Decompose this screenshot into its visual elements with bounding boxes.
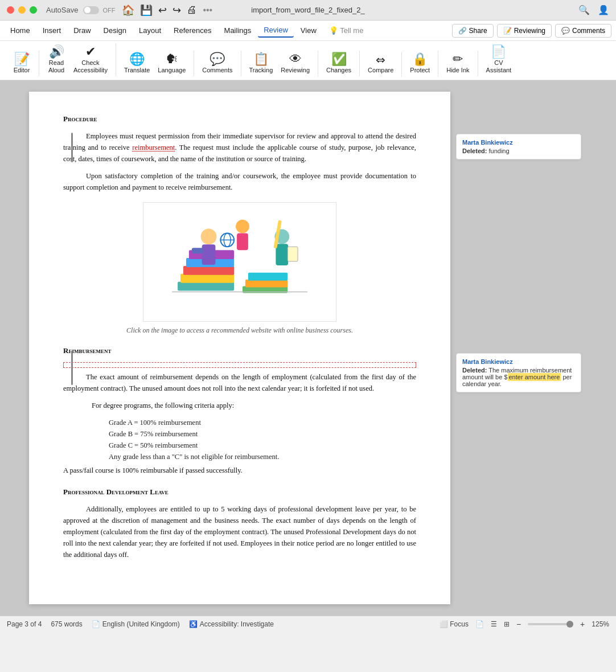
check-accessibility-icon: ✔ [85,46,96,58]
comment-bubble-2: Marta Binkiewicz Deleted: The maximum re… [456,353,581,392]
svg-rect-7 [248,273,288,281]
editor-button[interactable]: 📝 Editor [9,51,34,76]
list-item: Grade B = 75% reimbursement [109,428,416,440]
grade-list: Grade A = 100% reimbursement Grade B = 7… [109,417,416,462]
section-procedure-heading: Procedure [63,114,416,124]
editor-label: Editor [14,67,30,74]
svg-point-11 [236,220,249,233]
zoom-level: 125% [592,620,609,628]
cv-group: 📄 CVAssistant [478,43,520,76]
autosave-state: OFF [102,7,115,14]
compare-button[interactable]: ⇔ Compare [364,52,397,76]
list-item: Grade C = 50% reimbursement [109,440,416,451]
svg-rect-0 [178,282,234,291]
autosave-toggle[interactable] [83,6,99,14]
svg-rect-1 [180,274,234,283]
translate-button[interactable]: 🌐 Translate [121,51,153,76]
hide-ink-label: Hide Ink [446,67,469,74]
reviewing-ribbon-label: Reviewing [281,67,310,74]
changes-button[interactable]: ✅ Changes [323,51,355,76]
section-reimbursement-heading: Reimbursement [63,346,416,355]
redo-icon[interactable]: ↪ [173,4,181,17]
cv-assistant-icon: 📄 [491,46,506,58]
comments-ribbon-button[interactable]: 💬 Comments [199,51,236,76]
reviewing-ribbon-button[interactable]: 👁 Reviewing [277,51,313,76]
filename: import_from_word_file_2_fixed_2_ [251,6,364,14]
comments-ribbon-label: Comments [202,67,232,74]
save-icon[interactable]: 💾 [140,4,153,17]
tracking-button[interactable]: 📋 Tracking [246,51,277,76]
hide-ink-button[interactable]: ✏ Hide Ink [443,51,473,76]
reviewing-icon: 📝 [503,27,512,35]
svg-rect-12 [237,233,248,251]
procedure-para-1: Employees must request permission from t… [63,130,416,165]
tracking-icon: 📋 [253,53,269,65]
menu-mailings[interactable]: Mailings [219,24,257,37]
undo-icon[interactable]: ↩ [158,4,167,17]
course-illustration[interactable] [143,202,336,322]
comments-button[interactable]: 💬 Comments [555,24,611,38]
compare-icon: ⇔ [376,54,385,65]
accessibility-icon: ♿ [189,620,198,628]
language-button[interactable]: 🗣 Language [154,51,189,76]
view-mode-icon[interactable]: 📄 [475,620,484,628]
grid-icon[interactable]: ⊞ [504,620,510,628]
zoom-in-icon[interactable]: + [580,620,585,629]
zoom-slider[interactable] [528,623,573,625]
language-icon: 📄 [92,620,100,628]
pass-fail-note: A pass/fail course is 100% reimbursable … [63,465,416,476]
procedure-para-2: Upon satisfactory completion of the trai… [63,170,416,193]
menu-home[interactable]: Home [5,24,36,37]
reviewing-ribbon-icon: 👁 [289,53,302,65]
protect-label: Protect [410,67,430,74]
menu-layout[interactable]: Layout [133,24,167,37]
check-accessibility-button[interactable]: ✔ CheckAccessibility [70,43,111,76]
menu-review[interactable]: Review [258,23,294,38]
profile-icon[interactable]: 👤 [598,5,609,15]
maximize-button[interactable] [30,6,37,14]
share-button[interactable]: 🔗 Share [452,24,494,38]
accessibility-status[interactable]: ♿ Accessibility: Investigate [189,620,274,628]
more-icon[interactable]: ••• [203,5,212,15]
menu-insert[interactable]: Insert [37,24,67,37]
menu-view[interactable]: View [295,24,322,37]
tell-me[interactable]: 💡 Tell me [323,24,369,37]
close-button[interactable] [7,6,14,14]
list-item: Grade A = 100% reimbursement [109,417,416,428]
compare-group: ⇔ Compare [360,52,402,76]
layout-icon[interactable]: ☰ [491,620,497,628]
menu-design[interactable]: Design [98,24,132,37]
cv-assistant-button[interactable]: 📄 CVAssistant [483,43,515,76]
share-icon: 🔗 [458,27,467,35]
svg-rect-15 [288,247,298,262]
svg-rect-9 [202,245,216,265]
autosave-label: AutoSave [46,6,78,14]
zoom-out-icon[interactable]: − [516,620,521,629]
reimbursement-para-1: The exact amount of reimbursement depend… [63,371,416,394]
ink-group: ✏ Hide Ink [438,51,478,76]
change-bar-1 [71,133,73,162]
print-icon[interactable]: 🖨 [187,4,197,16]
read-aloud-button[interactable]: 🔊 ReadAloud [44,43,69,76]
home-icon[interactable]: 🏠 [122,4,134,17]
window-controls[interactable] [7,6,37,14]
protect-button[interactable]: 🔒 Protect [406,51,433,76]
focus-button[interactable]: ⬜ Focus [440,620,469,628]
search-icon[interactable]: 🔍 [578,5,590,15]
image-caption: Click on the image to access a recommend… [63,326,416,335]
comment-2-body: Deleted: The maximum reimbursement amoun… [462,367,575,387]
minimize-button[interactable] [18,6,26,14]
read-aloud-icon: 🔊 [49,46,64,58]
menu-draw[interactable]: Draw [68,24,96,37]
changes-group: ✅ Changes [318,51,360,76]
professional-dev-para: Additionally, employees are entitled to … [63,503,416,560]
menu-references[interactable]: References [168,24,217,37]
editor-icon: 📝 [14,53,30,65]
tracking-group: 📋 Tracking 👁 Reviewing [241,51,319,76]
comment-1-body: Deleted: funding [462,147,575,154]
word-count: 675 words [51,620,82,628]
reviewing-button[interactable]: 📝 Reviewing [497,24,552,38]
section-procedure: Procedure Employees must request permiss… [63,114,416,335]
tracked-deletion-box [63,362,416,368]
statusbar: Page 3 of 4 675 words 📄 English (United … [0,616,616,632]
